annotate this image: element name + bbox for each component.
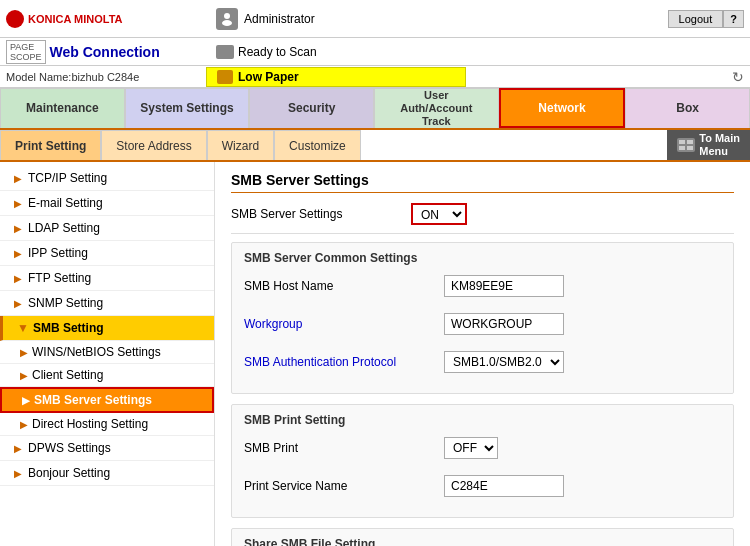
sidebar-item-ipp[interactable]: ▶ IPP Setting (0, 241, 214, 266)
model-name: Model Name:bizhub C284e (6, 71, 206, 83)
header-row1: KONICA MINOLTA Administrator Logout ? (0, 0, 750, 38)
admin-icon (216, 8, 238, 30)
content-area: ▶ TCP/IP Setting ▶ E-mail Setting ▶ LDAP… (0, 162, 750, 546)
konica-circle-icon (6, 10, 24, 28)
arrow-icon: ▶ (14, 468, 22, 479)
refresh-button[interactable]: ↻ (732, 69, 744, 85)
host-name-input[interactable] (444, 275, 564, 297)
sidebar-label-wins: WINS/NetBIOS Settings (32, 345, 161, 359)
auth-protocol-row: SMB Authentication Protocol SMB1.0/SMB2.… (244, 347, 721, 377)
sidebar-item-smb[interactable]: ▼ SMB Setting (0, 316, 214, 341)
ready-area: Ready to Scan (206, 45, 317, 59)
arrow-icon: ▶ (14, 273, 22, 284)
smb-common-settings-section: SMB Server Common Settings SMB Host Name… (231, 242, 734, 394)
auth-protocol-select[interactable]: SMB1.0/SMB2.0 SMB2.0 SMB3.0 (444, 351, 564, 373)
arrow-icon: ▶ (14, 248, 22, 259)
sidebar-label-bonjour: Bonjour Setting (28, 466, 110, 480)
printer-icon (216, 45, 234, 59)
smb-server-settings-row: SMB Server Settings ON OFF (231, 203, 734, 225)
smb-server-settings-select[interactable]: ON OFF (411, 203, 467, 225)
svg-rect-4 (679, 146, 685, 150)
arrow-down-icon: ▼ (17, 321, 29, 335)
model-row: Model Name:bizhub C284e Low Paper ↻ (0, 66, 750, 88)
konica-logo-text: KONICA MINOLTA (28, 13, 123, 25)
web-connection-label: Web Connection (50, 44, 160, 60)
sidebar-item-tcpip[interactable]: ▶ TCP/IP Setting (0, 166, 214, 191)
svg-rect-3 (687, 140, 693, 144)
subtab-wizard[interactable]: Wizard (207, 130, 274, 160)
alert-icon (217, 70, 233, 84)
smb-print-row: SMB Print OFF ON (244, 433, 721, 463)
share-smb-section: Share SMB File Setting Share SMB File ON… (231, 528, 734, 546)
sidebar-item-ldap[interactable]: ▶ LDAP Setting (0, 216, 214, 241)
smb-print-setting-section: SMB Print Setting SMB Print OFF ON Print… (231, 404, 734, 518)
host-name-row: SMB Host Name (244, 271, 721, 301)
host-name-label: SMB Host Name (244, 279, 444, 293)
low-paper-alert: Low Paper (206, 67, 466, 87)
sidebar-item-wins[interactable]: ▶ WINS/NetBIOS Settings (0, 341, 214, 364)
sidebar-item-direct-hosting[interactable]: ▶ Direct Hosting Setting (0, 413, 214, 436)
sidebar-label-ldap: LDAP Setting (28, 221, 100, 235)
low-paper-label: Low Paper (238, 70, 299, 84)
smb-common-settings-title: SMB Server Common Settings (244, 251, 721, 265)
share-smb-title: Share SMB File Setting (244, 537, 721, 546)
sidebar-item-dpws[interactable]: ▶ DPWS Settings (0, 436, 214, 461)
workgroup-input[interactable] (444, 313, 564, 335)
sidebar-label-email: E-mail Setting (28, 196, 103, 210)
sidebar-item-bonjour[interactable]: ▶ Bonjour Setting (0, 461, 214, 486)
admin-area: Administrator (206, 8, 668, 30)
sidebar-label-snmp: SNMP Setting (28, 296, 103, 310)
smb-print-setting-title: SMB Print Setting (244, 413, 721, 427)
subtab-print-setting[interactable]: Print Setting (0, 130, 101, 160)
tab-security[interactable]: Security (249, 88, 374, 128)
svg-point-1 (222, 20, 232, 26)
tab-maintenance[interactable]: Maintenance (0, 88, 125, 128)
svg-rect-5 (687, 146, 693, 150)
ready-label: Ready to Scan (238, 45, 317, 59)
logout-button[interactable]: Logout (668, 10, 724, 28)
sidebar-item-client[interactable]: ▶ Client Setting (0, 364, 214, 387)
smb-server-settings-label: SMB Server Settings (231, 207, 411, 221)
sidebar-label-dpws: DPWS Settings (28, 441, 111, 455)
arrow-icon: ▶ (20, 370, 28, 381)
smb-print-label: SMB Print (244, 441, 444, 455)
sidebar-item-email[interactable]: ▶ E-mail Setting (0, 191, 214, 216)
sidebar-item-snmp[interactable]: ▶ SNMP Setting (0, 291, 214, 316)
arrow-icon: ▶ (14, 443, 22, 454)
sidebar-label-tcpip: TCP/IP Setting (28, 171, 107, 185)
sidebar-item-smb-server[interactable]: ▶ SMB Server Settings (0, 387, 214, 413)
main-menu-button[interactable]: To MainMenu (667, 130, 750, 160)
svg-rect-2 (679, 140, 685, 144)
main-menu-label: To MainMenu (699, 132, 740, 158)
main-nav: Maintenance System Settings Security Use… (0, 88, 750, 130)
help-button[interactable]: ? (723, 10, 744, 28)
arrow-icon: ▶ (14, 198, 22, 209)
workgroup-label: Workgroup (244, 317, 444, 331)
subtab-customize[interactable]: Customize (274, 130, 361, 160)
arrow-icon: ▶ (20, 419, 28, 430)
print-service-input[interactable] (444, 475, 564, 497)
sidebar-label-ftp: FTP Setting (28, 271, 91, 285)
arrow-icon: ▶ (14, 223, 22, 234)
smb-print-select[interactable]: OFF ON (444, 437, 498, 459)
sidebar-label-direct-hosting: Direct Hosting Setting (32, 417, 148, 431)
arrow-icon: ▶ (22, 395, 30, 406)
pagescope-logo: PAGESCOPE Web Connection (6, 40, 206, 64)
sidebar-label-smb-server: SMB Server Settings (34, 393, 152, 407)
tab-system[interactable]: System Settings (125, 88, 250, 128)
arrow-icon: ▶ (14, 298, 22, 309)
arrow-icon: ▶ (20, 347, 28, 358)
svg-point-0 (224, 13, 230, 19)
print-service-label: Print Service Name (244, 479, 444, 493)
tab-box[interactable]: Box (625, 88, 750, 128)
tab-user-auth[interactable]: UserAuth/AccountTrack (374, 88, 499, 128)
workgroup-row: Workgroup (244, 309, 721, 339)
main-content: SMB Server Settings SMB Server Settings … (215, 162, 750, 546)
section-title: SMB Server Settings (231, 172, 734, 193)
logo-area: KONICA MINOLTA (6, 10, 206, 28)
sidebar-item-ftp[interactable]: ▶ FTP Setting (0, 266, 214, 291)
tab-network[interactable]: Network (499, 88, 626, 128)
arrow-icon: ▶ (14, 173, 22, 184)
subtab-store-address[interactable]: Store Address (101, 130, 206, 160)
print-service-row: Print Service Name (244, 471, 721, 501)
